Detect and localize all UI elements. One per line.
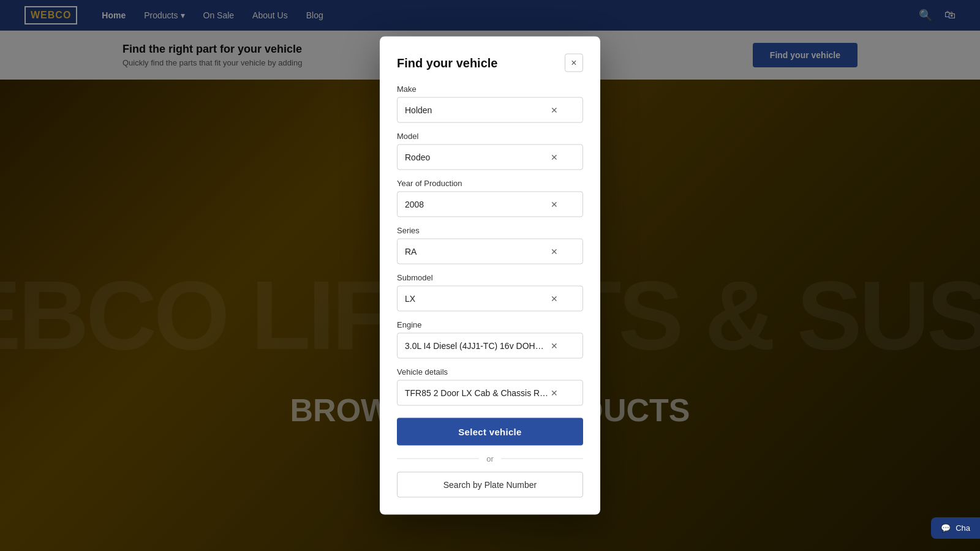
modal-header: Find your vehicle × [397,54,583,72]
year-field[interactable]: 2008 ✕ [397,192,583,217]
chat-label: Cha [956,523,970,533]
submodel-group: Submodel LX ✕ [397,273,583,312]
year-group: Year of Production 2008 ✕ [397,179,583,217]
chat-widget[interactable]: 💬 Cha [931,517,980,539]
select-vehicle-button[interactable]: Select vehicle [397,418,583,446]
divider-text: or [486,454,494,463]
engine-clear-icon[interactable]: ✕ [548,340,560,352]
submodel-clear-icon[interactable]: ✕ [548,293,560,305]
vehicle-details-field[interactable]: TFR85 2 Door LX Cab & Chassis RWD Manua … [397,380,583,406]
model-group: Model Rodeo ✕ [397,132,583,170]
modal-close-button[interactable]: × [565,54,583,72]
vehicle-details-clear-icon[interactable]: ✕ [548,387,560,399]
make-group: Make Holden ✕ [397,84,583,123]
modal-wrapper: Find your vehicle × Make Holden ✕ Model … [380,37,600,515]
year-clear-icon[interactable]: ✕ [548,198,560,211]
engine-group: Engine 3.0L I4 Diesel (4JJ1-TC) 16v DOHC… [397,320,583,359]
year-label: Year of Production [397,179,583,188]
series-field[interactable]: RA ✕ [397,239,583,264]
make-clear-icon[interactable]: ✕ [548,104,560,116]
series-label: Series [397,226,583,235]
submodel-label: Submodel [397,273,583,282]
model-field[interactable]: Rodeo ✕ [397,144,583,170]
engine-field[interactable]: 3.0L I4 Diesel (4JJ1-TC) 16v DOHC DiTD T… [397,333,583,359]
plate-search-button[interactable]: Search by Plate Number [397,472,583,498]
divider-line-right [501,459,583,459]
divider-row: or [397,454,583,463]
engine-label: Engine [397,320,583,329]
model-label: Model [397,132,583,141]
series-group: Series RA ✕ [397,226,583,264]
vehicle-details-label: Vehicle details [397,367,583,377]
divider-line-left [397,459,479,459]
series-clear-icon[interactable]: ✕ [548,246,560,258]
submodel-field[interactable]: LX ✕ [397,286,583,312]
model-clear-icon[interactable]: ✕ [548,151,560,163]
vehicle-details-group: Vehicle details TFR85 2 Door LX Cab & Ch… [397,367,583,406]
make-label: Make [397,84,583,94]
find-vehicle-modal: Find your vehicle × Make Holden ✕ Model … [380,37,600,515]
chat-icon: 💬 [941,523,951,533]
make-field[interactable]: Holden ✕ [397,97,583,123]
modal-title: Find your vehicle [397,56,497,70]
